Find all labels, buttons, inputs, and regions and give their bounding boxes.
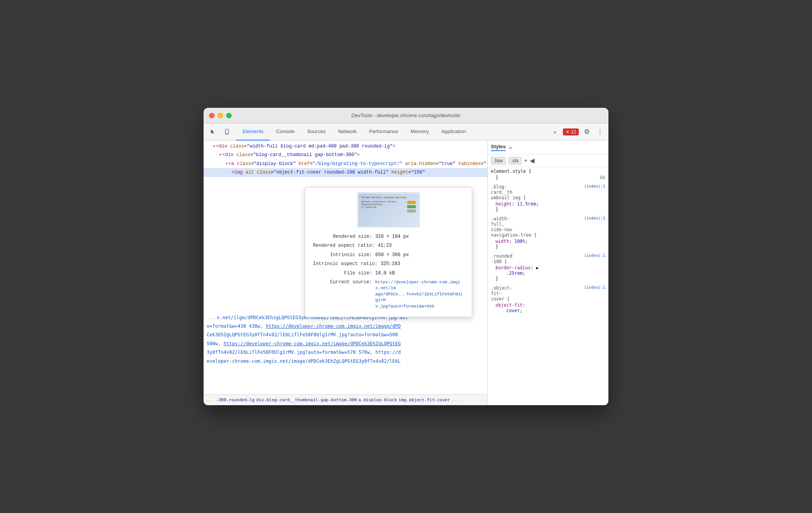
image-preview-box: Chrome DevTools engineering blog DevTool… <box>357 192 420 227</box>
devtools-window: DevTools - developer.chrome.com/tags/dev… <box>204 108 608 405</box>
devtools-toolbar: Elements Console Sources Network Perform… <box>204 123 608 141</box>
truncated-line-4-num: 500w, <box>207 341 223 346</box>
minimize-button[interactable] <box>218 113 223 118</box>
rounded-border-val: .25rem; <box>491 271 605 276</box>
truncated-link-2[interactable]: https://developer-chrome-com.imgix.net/i… <box>223 341 401 346</box>
truncated-line-3-text: Cek3EhZgLQPGtEG3y0fTn4v82/lE6LiflFe58F0U… <box>207 332 398 337</box>
styles-header: Styles » <box>488 141 608 155</box>
code-line-1[interactable]: ▼<div class="width-full blog-card md:pad… <box>204 142 487 151</box>
cls-filter-button[interactable]: .cls <box>508 157 522 165</box>
traffic-lights <box>209 113 232 118</box>
width-full-selector: .width-(index):1 full, side-nav navigati… <box>491 216 605 238</box>
add-style-button[interactable]: + <box>524 158 527 164</box>
object-fit-selector-text3: cover { <box>491 296 510 302</box>
rendered-aspect-value: 41:23 <box>378 242 392 249</box>
tab-performance[interactable]: Performance <box>363 123 404 141</box>
width-full-selector-text3: side-nav <box>491 227 512 232</box>
object-fit-prop: object-fit <box>496 302 522 308</box>
truncated-line-3: Cek3EhZgLQPGtEG3y0fTn4v82/lE6LiflFe58F0U… <box>204 330 487 339</box>
intrinsic-aspect-value: 325:183 <box>381 260 400 268</box>
width-val: 100% <box>514 239 525 244</box>
width-full-block: .width-(index):1 full, side-nav navigati… <box>491 216 605 249</box>
image-preview: Chrome DevTools engineering blog DevTool… <box>313 192 464 227</box>
elements-panel: ▼<div class="width-full blog-card md:pad… <box>204 141 488 405</box>
device-icon <box>224 129 230 135</box>
file-size-row: File size: 18.0 kB <box>313 269 464 277</box>
current-source-row: Current source: https://developer-chrome… <box>313 278 464 309</box>
object-fit-selector-text2: fit- <box>491 291 502 296</box>
tab-network[interactable]: Network <box>332 123 363 141</box>
truncated-url-text: x.net/i <box>217 314 237 322</box>
truncated-line-5-text: 3y0fTn4v82/lE6LiflFe58F0Ulg1rMV.jpg?auto… <box>207 350 401 355</box>
tab-console[interactable]: Console <box>270 123 301 141</box>
error-badge[interactable]: ✕ 12 <box>563 128 579 135</box>
elements-content[interactable]: ▼<div class="width-full blog-card md:pad… <box>204 141 487 394</box>
device-toolbar-button[interactable] <box>221 126 233 138</box>
truncated-line-6-text: eveloper-chrome-com.imgix.net/image/dPDC… <box>207 358 401 364</box>
code-line-4-highlighted[interactable]: <img alt class="object-fit-cover rounded… <box>204 168 487 177</box>
fake-img-text: DevTools architecture refresh:Migrating … <box>362 201 406 209</box>
titlebar: DevTools - developer.chrome.com/tags/dev… <box>204 108 608 123</box>
breadcrumb-item-1[interactable]: div.blog-card__thumbnail.gap-bottom-300 <box>256 397 357 402</box>
panel-tabs: Elements Console Sources Network Perform… <box>236 123 548 141</box>
intrinsic-size-row: Intrinsic size: 650 × 366 px <box>313 251 464 259</box>
svg-rect-1 <box>226 134 228 134</box>
border-radius-triangle: ▶ <box>536 265 539 271</box>
breadcrumb-item-2[interactable]: a.display-block <box>359 397 397 402</box>
tab-elements[interactable]: Elements <box>236 123 270 141</box>
hov-filter-button[interactable]: :hov <box>491 157 506 165</box>
truncated-line-6: eveloper-chrome-com.imgix.net/image/dPDC… <box>204 357 487 365</box>
breadcrumb-ellipsis[interactable]: ... <box>207 397 214 402</box>
tab-application[interactable]: Application <box>435 123 473 141</box>
width-prop: width <box>496 239 509 244</box>
settings-button[interactable]: ⚙ <box>581 126 592 137</box>
more-tabs-button[interactable]: » <box>550 126 561 137</box>
thumbnail-image: Chrome DevTools engineering blog DevTool… <box>359 193 419 227</box>
blog-thumbnail-selector-text3: umbnail img { <box>491 195 526 200</box>
tab-memory[interactable]: Memory <box>404 123 435 141</box>
inspect-element-button[interactable] <box>207 126 219 138</box>
styles-more-button[interactable]: » <box>509 144 512 151</box>
breadcrumb-item-3[interactable]: img.object-fit-cover <box>399 397 450 402</box>
toolbar-right: » ✕ 12 ⚙ ⋮ <box>550 126 605 137</box>
object-fit-block: .object-(index):1 fit- cover { object-fi… <box>491 285 605 313</box>
breadcrumb-item-0[interactable]: -300.rounded-lg <box>216 397 255 402</box>
rounded-selector-text2: -100 { <box>491 259 507 264</box>
styles-tab[interactable]: Styles <box>491 144 506 151</box>
block-green <box>407 205 416 208</box>
rounded-selector: .rounded(index):1 -100 { <box>491 253 605 264</box>
tab-sources[interactable]: Sources <box>301 123 332 141</box>
styles-panel: Styles » :hov .cls + ◀ element.style { A… <box>488 141 608 405</box>
object-fit-value: cover <box>506 308 520 313</box>
breadcrumb-more[interactable]: ... <box>452 397 459 402</box>
code-line-3[interactable]: ▼<a class="display-block" href="/blog/mi… <box>204 160 487 168</box>
maximize-button[interactable] <box>226 113 232 118</box>
intrinsic-size-label: Intrinsic size: <box>313 251 375 259</box>
intrinsic-aspect-label: Intrinsic aspect ratio: <box>313 260 381 268</box>
fake-img-body: DevTools architecture refresh:Migrating … <box>362 201 416 213</box>
width-full-close: } <box>491 244 605 249</box>
rendered-aspect-label: Rendered aspect ratio: <box>313 242 378 249</box>
main-area: ▼<div class="width-full blog-card md:pad… <box>204 141 608 405</box>
close-button[interactable] <box>209 113 214 118</box>
truncated-line-5: 3y0fTn4v82/lE6LiflFe58F0Ulg1rMV.jpg?auto… <box>204 348 487 357</box>
error-count: 12 <box>571 129 576 135</box>
ellipsis-left: ... <box>207 314 215 322</box>
styles-content: element.style { AA } .blog-(index):1 car… <box>488 167 608 405</box>
element-style-aa: AA <box>600 175 605 180</box>
height-prop: height <box>496 201 512 207</box>
more-options-button[interactable]: ⋮ <box>594 126 605 137</box>
toggle-panel-button[interactable]: ◀ <box>530 158 534 164</box>
file-size-value: 18.0 kB <box>375 269 395 277</box>
blog-thumbnail-selector-text2: card__th <box>491 190 512 195</box>
truncated-link-1[interactable]: https://developer-chrome-com.imgix.net/i… <box>266 323 401 329</box>
width-full-width-rule: width: 100%; <box>491 239 605 244</box>
current-source-link[interactable]: https://developer-chrome-com.imgix.net/i… <box>375 279 464 309</box>
code-line-2[interactable]: ▼<div class="blog-card__thumbnail gap-bo… <box>204 151 487 159</box>
fake-img-header: Chrome DevTools engineering blog <box>362 196 416 200</box>
blog-thumbnail-block: .blog-(index):1 card__th umbnail img { h… <box>491 184 605 212</box>
rendered-size-row: Rendered size: 328 × 184 px <box>313 233 464 241</box>
truncated-line-4: 500w, https://developer-chrome-com.imgix… <box>204 339 487 348</box>
height-val: 11.5rem <box>517 201 536 207</box>
rounded-border-rule: border-radius: ▶ <box>491 265 605 271</box>
